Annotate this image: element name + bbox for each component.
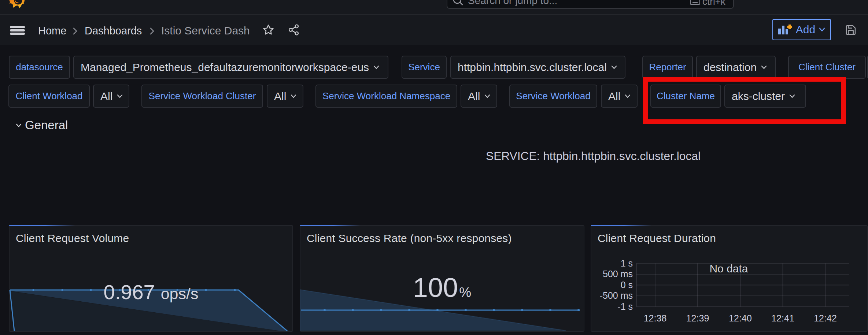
svg-text:12:41: 12:41 [771, 313, 794, 323]
svg-text:12:40: 12:40 [729, 313, 752, 323]
svg-text:500 ms: 500 ms [603, 269, 633, 279]
svg-text:0 s: 0 s [621, 280, 633, 290]
svg-text:12:42: 12:42 [814, 313, 837, 323]
svg-text:-1 s: -1 s [617, 301, 633, 312]
svg-text:12:39: 12:39 [686, 313, 709, 323]
svg-text:No data: No data [709, 263, 748, 275]
svg-text:1 s: 1 s [621, 258, 633, 268]
svg-text:-500 ms: -500 ms [600, 290, 633, 301]
svg-text:12:38: 12:38 [644, 313, 667, 323]
